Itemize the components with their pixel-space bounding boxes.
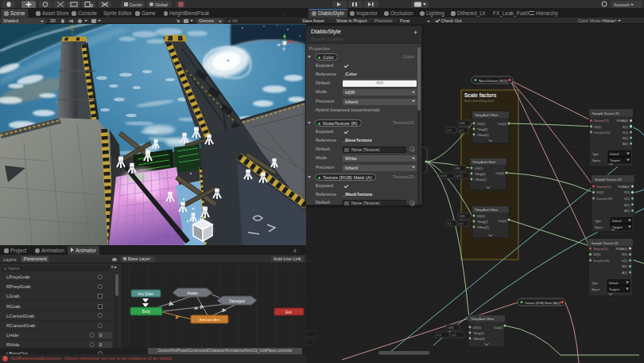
svg-text:UV(2): UV(2)	[477, 215, 486, 218]
svg-text:Offset(2): Offset(2)	[477, 226, 489, 229]
svg-text:RGBA(4): RGBA(4)	[615, 248, 627, 251]
svg-text:Sampler(SS): Sampler(SS)	[593, 260, 610, 263]
svg-text:Tiling(2): Tiling(2)	[477, 128, 488, 131]
svg-text:R(1): R(1)	[622, 253, 627, 256]
svg-text:Type: Type	[592, 282, 598, 285]
svg-text:y 1: y 1	[460, 129, 464, 132]
svg-text:UV(2): UV(2)	[594, 126, 601, 129]
svg-text:A(1): A(1)	[623, 142, 628, 146]
svg-text:Texture(T2): Texture(T2)	[593, 248, 607, 251]
svg-text:Default: Default	[609, 282, 618, 285]
svg-text:Exit: Exit	[285, 310, 292, 314]
svg-text:G(1): G(1)	[623, 131, 628, 135]
svg-text:does something dark: does something dark	[464, 99, 494, 103]
svg-text:y 1: y 1	[452, 334, 456, 337]
svg-text:RGBA(4): RGBA(4)	[618, 185, 630, 189]
svg-text:Scale factors: Scale factors	[464, 92, 497, 98]
svg-text:x 1: x 1	[448, 222, 452, 225]
svg-text:Tiling(2): Tiling(2)	[473, 332, 484, 335]
svg-text:Any State: Any State	[138, 292, 153, 296]
svg-text:R(1): R(1)	[623, 126, 628, 129]
svg-text:Offset(2): Offset(2)	[477, 134, 489, 137]
svg-text:Texture(T2): Texture(T2)	[596, 185, 611, 189]
svg-text:Tangent: Tangent	[610, 159, 620, 162]
svg-text:Sample Texture 2D: Sample Texture 2D	[595, 178, 622, 182]
svg-text:Sample Texture 2D: Sample Texture 2D	[592, 241, 619, 245]
svg-text:UV(2): UV(2)	[593, 253, 600, 256]
svg-text:Tiling And Offset: Tiling And Offset	[471, 317, 495, 321]
svg-text:UV(2): UV(2)	[596, 191, 603, 194]
svg-text:UV(2): UV(2)	[477, 123, 486, 126]
svg-text:Tiling And Offset: Tiling And Offset	[475, 113, 499, 117]
svg-text:y 1: y 1	[460, 222, 464, 225]
svg-text:UV0: UV0	[455, 167, 460, 170]
svg-text:UV0: UV0	[460, 215, 465, 218]
svg-text:UV0: UV0	[448, 326, 454, 330]
svg-text:Out(2): Out(2)	[498, 220, 506, 223]
svg-text:Awake: Awake	[187, 291, 198, 295]
svg-text:G(1): G(1)	[622, 260, 627, 263]
svg-text:Space: Space	[592, 288, 599, 291]
svg-text:Sample Texture 2D: Sample Texture 2D	[592, 111, 619, 115]
svg-text:Texture(T2): Texture(T2)	[594, 119, 608, 123]
svg-text:UV0: UV0	[460, 122, 465, 125]
svg-text:Body: Body	[142, 310, 151, 314]
svg-text:ArmLayer.Arm: ArmLayer.Arm	[200, 318, 220, 322]
svg-text:Type: Type	[595, 220, 601, 223]
svg-text:UV(2): UV(2)	[473, 326, 482, 330]
svg-text:Tiling(2): Tiling(2)	[475, 173, 486, 176]
svg-text:RGBA(4): RGBA(4)	[616, 119, 628, 123]
svg-text:Damaged: Damaged	[229, 299, 245, 303]
svg-text:Out(2): Out(2)	[494, 326, 502, 330]
svg-text:G(1): G(1)	[624, 197, 630, 201]
svg-text:Out(2): Out(2)	[498, 123, 506, 126]
svg-text:x 0.5: x 0.5	[441, 174, 447, 178]
svg-text:Type: Type	[592, 153, 599, 156]
svg-text:B(1): B(1)	[622, 265, 627, 268]
svg-text:Out(2): Out(2)	[495, 172, 504, 175]
svg-text:Sampler(SS): Sampler(SS)	[594, 131, 611, 135]
svg-text:Tiling And Offset: Tiling And Offset	[475, 208, 499, 212]
svg-text:A(1): A(1)	[622, 271, 627, 275]
svg-text:B(1): B(1)	[623, 137, 628, 140]
svg-text:x 1: x 1	[448, 129, 452, 132]
svg-text:R(1): R(1)	[624, 191, 630, 194]
svg-text:Offset(2): Offset(2)	[473, 338, 485, 341]
svg-text:y 0.5: y 0.5	[457, 174, 463, 178]
svg-text:Tangent: Tangent	[612, 226, 623, 229]
svg-text:Offset(2): Offset(2)	[475, 178, 487, 182]
svg-text:Sampler(SS): Sampler(SS)	[596, 197, 613, 201]
svg-text:Texture (RGB) Mask (A(2)): Texture (RGB) Mask (A(2))	[525, 302, 561, 305]
svg-text:Tiling(2): Tiling(2)	[477, 221, 488, 224]
svg-text:Space: Space	[595, 226, 603, 229]
svg-text:Tiling And Offset: Tiling And Offset	[472, 160, 496, 164]
svg-text:Tangent: Tangent	[609, 288, 619, 291]
svg-text:B(1): B(1)	[624, 204, 630, 207]
svg-text:x 1: x 1	[437, 334, 441, 337]
svg-text:Default: Default	[610, 153, 619, 156]
svg-text:A(1): A(1)	[624, 209, 630, 213]
svg-text:UV(2): UV(2)	[475, 167, 483, 170]
svg-text:Space: Space	[592, 159, 600, 162]
svg-text:NoiseTexture (R(2)): NoiseTexture (R(2))	[479, 79, 508, 83]
svg-text:Default: Default	[612, 220, 621, 223]
